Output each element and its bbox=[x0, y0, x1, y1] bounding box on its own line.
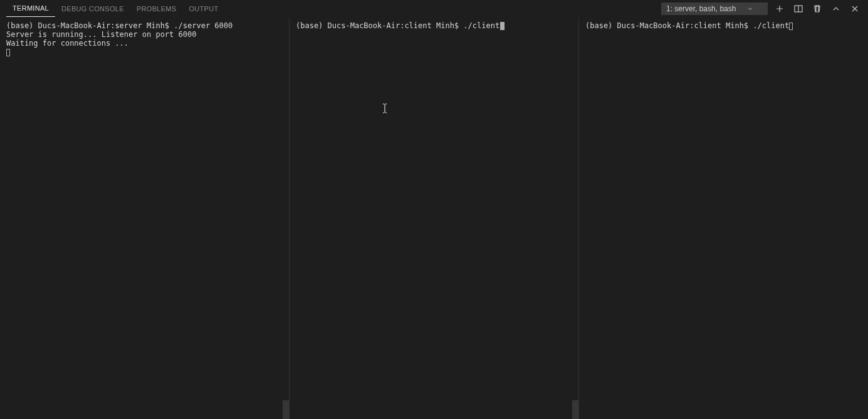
tab-output[interactable]: OUTPUT bbox=[182, 0, 224, 17]
maximize-panel-button[interactable] bbox=[829, 2, 843, 16]
terminal-container: (base) Ducs-MacBook-Air:server Minh$ ./s… bbox=[0, 18, 868, 419]
terminal-pane-3[interactable]: (base) Ducs-MacBook-Air:client Minh$ ./c… bbox=[578, 18, 868, 419]
plus-icon bbox=[775, 4, 785, 14]
terminal-output: (base) Ducs-MacBook-Air:client Minh$ ./c… bbox=[585, 21, 862, 30]
tab-debug-console[interactable]: DEBUG CONSOLE bbox=[55, 0, 130, 17]
terminal-line: (base) Ducs-MacBook-Air:client Minh$ ./c… bbox=[296, 21, 499, 30]
terminal-pane-2[interactable]: (base) Ducs-MacBook-Air:client Minh$ ./c… bbox=[289, 18, 578, 419]
trash-icon bbox=[812, 4, 822, 14]
panel-tabs: TERMINAL DEBUG CONSOLE PROBLEMS OUTPUT bbox=[6, 0, 224, 17]
panel-header: TERMINAL DEBUG CONSOLE PROBLEMS OUTPUT 1… bbox=[0, 0, 868, 18]
split-terminal-button[interactable] bbox=[792, 2, 805, 16]
terminal-cursor bbox=[789, 23, 793, 30]
close-icon bbox=[850, 4, 860, 14]
terminal-line: (base) Ducs-MacBook-Air:server Minh$ ./s… bbox=[6, 21, 233, 30]
new-terminal-button[interactable] bbox=[773, 2, 787, 16]
chevron-down-icon bbox=[746, 5, 754, 13]
scrollbar[interactable] bbox=[283, 400, 289, 419]
terminal-output: (base) Ducs-MacBook-Air:client Minh$ ./c… bbox=[296, 21, 572, 30]
terminal-cursor bbox=[6, 49, 10, 56]
tab-terminal[interactable]: TERMINAL bbox=[6, 0, 55, 17]
tab-problems[interactable]: PROBLEMS bbox=[130, 0, 183, 17]
terminal-selector[interactable]: 1: server, bash, bash bbox=[661, 3, 768, 15]
terminal-line: Waiting for connections ... bbox=[6, 39, 128, 48]
terminal-line: Server is running... Listener on port 60… bbox=[6, 30, 196, 39]
terminal-cursor bbox=[500, 22, 505, 30]
terminal-output: (base) Ducs-MacBook-Air:server Minh$ ./s… bbox=[6, 21, 283, 56]
terminal-line: (base) Ducs-MacBook-Air:client Minh$ ./c… bbox=[585, 21, 789, 30]
chevron-up-icon bbox=[831, 4, 841, 14]
close-panel-button[interactable] bbox=[848, 2, 862, 16]
terminal-pane-1[interactable]: (base) Ducs-MacBook-Air:server Minh$ ./s… bbox=[0, 18, 289, 419]
split-icon bbox=[793, 4, 803, 14]
kill-terminal-button[interactable] bbox=[810, 2, 824, 16]
panel-controls: 1: server, bash, bash bbox=[661, 2, 862, 16]
scrollbar[interactable] bbox=[572, 400, 578, 419]
terminal-selector-label: 1: server, bash, bash bbox=[666, 4, 736, 13]
